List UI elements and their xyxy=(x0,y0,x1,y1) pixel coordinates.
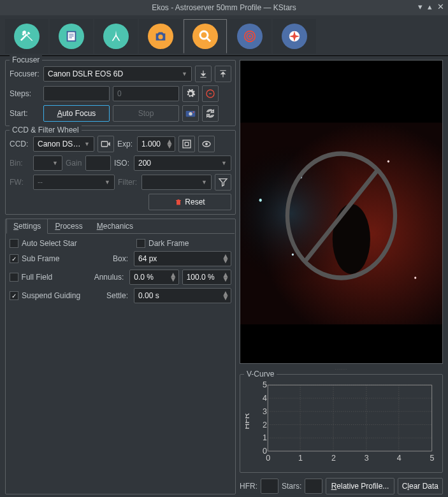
live-video-button[interactable] xyxy=(98,136,114,152)
focuser-label: Focuser: xyxy=(10,69,40,78)
stars-value xyxy=(305,479,322,494)
svg-rect-11 xyxy=(101,141,107,147)
relative-profile-button[interactable]: Relative Profile... xyxy=(326,478,394,494)
annulus-high-spin[interactable]: 100.0 %▲▼ xyxy=(182,270,231,285)
vcurve-title: V-Curve xyxy=(244,370,277,378)
tab-focus[interactable] xyxy=(184,19,227,54)
loop-button[interactable] xyxy=(202,105,219,122)
maximize-icon[interactable]: ▴ xyxy=(428,2,432,11)
svg-point-9 xyxy=(189,112,192,115)
settle-label: Settle: xyxy=(89,291,128,300)
exp-spin[interactable]: 1.000▲▼ xyxy=(137,136,175,152)
fw-label: FW: xyxy=(10,178,30,187)
box-label: Box: xyxy=(89,254,128,263)
svg-text:5: 5 xyxy=(263,380,267,389)
toggle-button[interactable] xyxy=(198,136,215,152)
dark-frame-label: Dark Frame xyxy=(148,239,231,248)
focuser-title: Focuser xyxy=(10,55,42,64)
stop-button[interactable]: Stop xyxy=(113,105,179,122)
suspend-guiding-label: Suspend Guiding xyxy=(22,291,85,300)
svg-text:HFR: HFR xyxy=(245,413,251,429)
svg-text:5: 5 xyxy=(430,454,435,463)
vcurve-group: V-Curve HFR 012345 012345 xyxy=(240,374,443,473)
focus-in-button[interactable] xyxy=(195,66,212,82)
focus-out-button[interactable] xyxy=(215,66,231,82)
tab-align[interactable] xyxy=(228,19,271,54)
dark-frame-check[interactable] xyxy=(136,239,145,248)
svg-text:1: 1 xyxy=(263,433,267,442)
stop-icon-button[interactable] xyxy=(202,85,219,102)
annulus-low-spin[interactable]: 0.0 %▲▼ xyxy=(129,270,178,285)
tab-mount[interactable] xyxy=(94,19,138,54)
tab-guide[interactable] xyxy=(273,19,316,54)
tab-capture[interactable] xyxy=(139,19,182,54)
svg-text:1: 1 xyxy=(298,454,303,463)
reset-button[interactable]: Reset xyxy=(148,194,231,210)
iso-label: ISO: xyxy=(114,159,131,168)
svg-point-19 xyxy=(333,204,370,274)
vcurve-chart: HFR 012345 012345 xyxy=(245,380,437,469)
filter-label: Filter: xyxy=(118,178,138,187)
gain-label: Gain xyxy=(66,159,82,168)
tab-mechanics[interactable]: Mechanics xyxy=(90,219,140,233)
settle-spin[interactable]: 0.00 s▲▼ xyxy=(134,288,231,303)
minimize-icon[interactable]: ▾ xyxy=(418,2,423,11)
svg-rect-7 xyxy=(209,93,212,94)
tab-settings[interactable]: Settings xyxy=(6,219,48,234)
preview-panel[interactable] xyxy=(240,60,443,364)
steps-label: Steps: xyxy=(10,89,40,98)
titlebar: Ekos - Astroserver 50mm Profile — KStars… xyxy=(0,0,448,15)
full-field-check[interactable] xyxy=(10,273,18,282)
stars-label: Stars: xyxy=(282,482,301,491)
settings-gear-button[interactable] xyxy=(182,85,199,102)
start-label: Start: xyxy=(10,109,40,118)
svg-point-10 xyxy=(193,112,194,113)
svg-text:2: 2 xyxy=(331,454,336,463)
close-icon[interactable]: ✕ xyxy=(437,2,444,11)
hfr-value xyxy=(261,479,278,494)
bin-label: Bin: xyxy=(10,159,30,168)
svg-point-22 xyxy=(292,254,294,256)
suspend-guiding-check[interactable]: ✓ xyxy=(10,291,18,300)
svg-point-0 xyxy=(158,34,163,39)
focuser-combo[interactable]: Canon DSLR EOS 6D▼ xyxy=(43,66,192,82)
filter-settings-button[interactable] xyxy=(215,174,231,191)
tab-process[interactable]: Process xyxy=(48,219,89,233)
module-tabs xyxy=(0,15,448,56)
iso-combo[interactable]: 200▼ xyxy=(134,155,231,171)
ccd-combo[interactable]: Canon DSLR E▼ xyxy=(33,136,94,152)
settings-panel: Settings Process Mechanics Auto Select S… xyxy=(5,219,236,494)
hfr-label: HFR: xyxy=(240,482,257,491)
filter-combo: ▼ xyxy=(141,175,212,190)
svg-point-23 xyxy=(387,161,389,163)
ccd-title: CCD & Filter Wheel xyxy=(10,126,82,134)
steps-input[interactable]: 0 xyxy=(113,86,179,101)
sub-frame-check[interactable]: ✓ xyxy=(10,254,18,263)
fw-combo: --▼ xyxy=(33,175,115,190)
tab-setup[interactable] xyxy=(5,19,48,54)
svg-point-20 xyxy=(259,199,262,202)
clear-data-button[interactable]: Clear Data xyxy=(398,478,443,494)
svg-text:0: 0 xyxy=(266,454,270,463)
svg-point-4 xyxy=(249,35,251,38)
svg-point-24 xyxy=(414,277,416,279)
autofocus-button[interactable]: Auto Focus xyxy=(43,105,110,122)
auto-select-star-check[interactable] xyxy=(10,239,18,248)
svg-text:4: 4 xyxy=(397,454,401,463)
svg-point-1 xyxy=(200,31,208,39)
tab-scheduler[interactable] xyxy=(50,19,93,54)
capture-button[interactable] xyxy=(182,105,199,122)
full-field-label: Full Field xyxy=(22,273,83,282)
window-title: Ekos - Astroserver 50mm Profile — KStars xyxy=(152,3,296,12)
fullframe-button[interactable] xyxy=(178,136,195,152)
ccd-label: CCD: xyxy=(10,140,30,148)
svg-text:3: 3 xyxy=(263,407,267,416)
svg-point-15 xyxy=(205,143,208,145)
svg-text:3: 3 xyxy=(365,454,369,463)
bin-combo: ▼ xyxy=(33,155,62,171)
box-spin[interactable]: 64 px▲▼ xyxy=(134,251,231,266)
exp-label: Exp: xyxy=(117,140,134,148)
subframe-label: Sub Frame xyxy=(22,254,85,263)
svg-rect-13 xyxy=(185,142,188,145)
auto-select-star-label: Auto Select Star xyxy=(22,239,133,248)
